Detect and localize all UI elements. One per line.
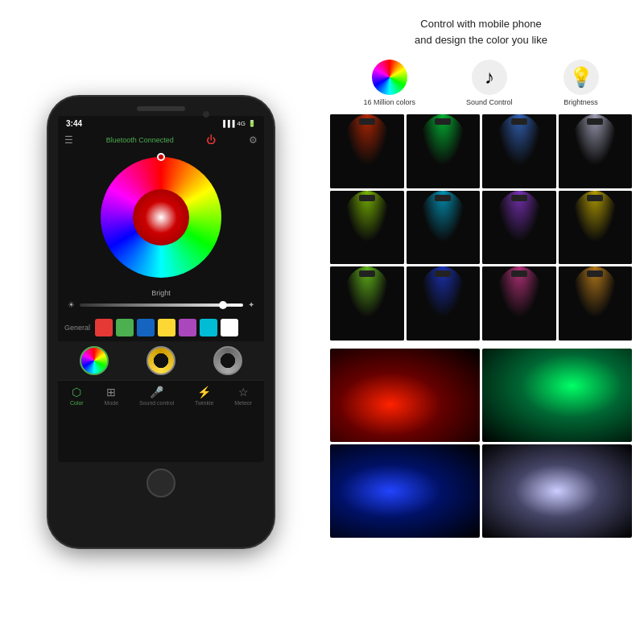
feature-colors: 16 Million colors [363,60,415,106]
phone-camera [203,111,209,118]
sound-icon: ♪ [472,60,507,95]
device-top-purple [511,195,527,201]
spotlight-red [330,114,404,188]
fiber-photo-blue [330,444,480,538]
spotlight-purple [482,191,556,265]
meteor-nav-label: Meteor [234,400,252,406]
color-wheel-section[interactable] [58,149,264,286]
spotlight-warm-inner [559,266,633,341]
swatch-white[interactable] [221,319,238,336]
battery-icon: 🔋 [248,120,256,127]
nav-meteor[interactable]: ☆ Meteor [234,386,252,406]
brightness-icon: 💡 [564,60,599,95]
device-top-pink [511,270,527,277]
spotlight-purple-inner [482,191,556,265]
swatch-red[interactable] [95,319,113,336]
bluetooth-status: Bluetooth Connected [106,136,174,144]
spotlight-warm [559,266,633,341]
spotlight-lime-inner [330,191,404,265]
mode-icons-row [58,341,264,380]
brightness-slider-row[interactable]: ☀ ✦ [68,300,254,309]
power-icon[interactable]: ⏻ [206,134,216,146]
left-panel: 3:44 ▐▐▐ 4G 🔋 ☰ Bluetooth Connected ⏻ ⚙ [0,0,322,644]
feature-brightness: 💡 Brightness [564,60,599,106]
spotlight-pink [482,266,556,341]
fiber-photo-green [482,349,632,442]
feature-sound: ♪ Sound Control [466,60,513,106]
phone-mockup: 3:44 ▐▐▐ 4G 🔋 ☰ Bluetooth Connected ⏻ ⚙ [48,97,274,547]
swatch-blue[interactable] [137,319,155,336]
fiber-photo-red [330,349,480,442]
spotlight-green [407,114,481,188]
swatch-yellow[interactable] [158,319,175,336]
color-wheel-mode-icon[interactable] [80,346,109,375]
spotlight-green-inner [407,114,481,188]
twinkle-nav-icon: ⚡ [197,386,211,398]
phone-home-button[interactable] [147,469,175,497]
colors-icon [372,60,407,95]
settings-icon[interactable]: ⚙ [249,134,258,146]
color-nav-label: Color [70,400,84,406]
spotlight-yellow [559,191,633,265]
headline: Control with mobile phone and design the… [330,16,632,47]
brightness-label: Brightness [564,98,598,106]
status-time: 3:44 [66,119,82,128]
mode-nav-icon: ⊞ [106,386,116,398]
sound-nav-label: Sound control [139,400,174,406]
sound-nav-icon: 🎤 [150,386,163,398]
device-top-white [587,118,603,125]
headline-line2: and design the color you like [415,34,547,46]
swatch-purple[interactable] [179,319,196,336]
spotlight-grid [330,114,632,341]
brightness-track[interactable] [80,303,243,307]
nav-color[interactable]: ⬡ Color [70,386,84,406]
general-colors-section: General [58,316,264,341]
spotlight-blue [482,114,556,188]
nav-twinkle[interactable]: ⚡ Twinkle [195,386,213,406]
device-top-yellow [587,195,603,201]
gray-ring-mode-icon[interactable] [213,346,242,375]
bright-label: Bright [68,289,254,297]
headline-line1: Control with mobile phone [420,18,541,30]
brightness-low-icon: ☀ [68,300,75,309]
twinkle-nav-label: Twinkle [195,400,213,406]
spotlight-blue-inner [482,114,556,188]
device-top-warm [587,270,603,277]
swatch-green[interactable] [116,319,134,336]
device-top-blue2 [435,270,451,277]
phone-speaker [137,106,185,111]
nav-sound[interactable]: 🎤 Sound control [139,386,174,406]
device-top-cyan [435,195,451,201]
spotlight-lime2 [330,266,404,341]
spotlight-red-inner [330,114,404,188]
device-top-red [359,118,375,125]
nav-mode[interactable]: ⊞ Mode [105,386,119,406]
sound-label: Sound Control [466,98,513,106]
spotlight-white [559,114,633,188]
spotlight-pink-inner [482,266,556,341]
brightness-section: Bright ☀ ✦ [58,286,264,316]
brightness-thumb[interactable] [219,301,227,309]
brightness-high-icon: ✦ [248,300,254,309]
status-bar: 3:44 ▐▐▐ 4G 🔋 [58,116,264,131]
swatch-cyan[interactable] [200,319,217,336]
gold-ring-mode-icon[interactable] [147,346,175,375]
fiber-photos-grid [330,349,632,539]
spotlight-lime2-inner [330,266,404,341]
status-icons: ▐▐▐ 4G 🔋 [221,120,256,127]
spotlight-cyan [407,191,481,265]
spotlight-blue2-inner [407,266,481,341]
general-label: General [64,324,90,332]
device-top-lime2 [359,270,375,277]
phone-screen: 3:44 ▐▐▐ 4G 🔋 ☰ Bluetooth Connected ⏻ ⚙ [58,116,264,462]
app-header: ☰ Bluetooth Connected ⏻ ⚙ [58,131,264,149]
spotlight-white-inner [559,114,633,188]
device-top-blue [511,118,527,125]
device-top-green [435,118,451,125]
menu-icon[interactable]: ☰ [64,134,73,146]
color-wheel[interactable] [101,157,221,278]
device-top-lime [359,195,375,201]
signal-icon: ▐▐▐ [221,120,234,127]
mode-nav-label: Mode [105,400,119,406]
features-row: 16 Million colors ♪ Sound Control 💡 Brig… [330,60,632,106]
